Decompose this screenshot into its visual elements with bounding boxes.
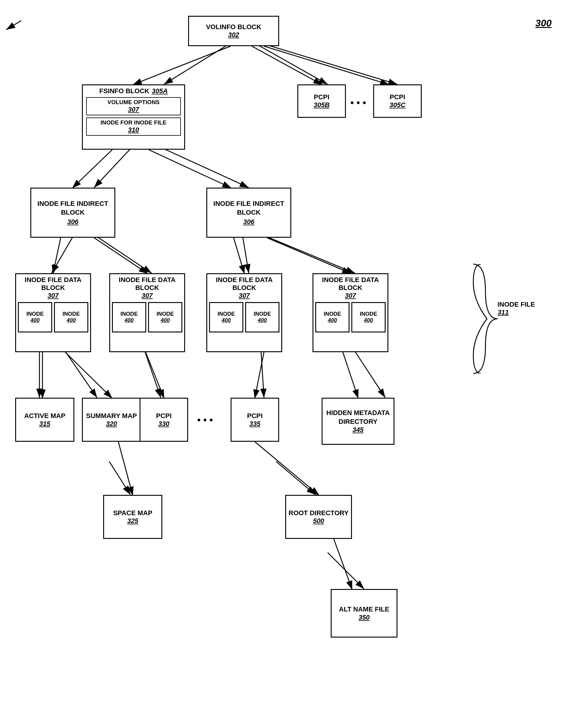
space-map: SPACE MAP 325 [103, 495, 162, 539]
dots-pcpi-2: • • • [197, 415, 213, 426]
inode-3a: INODE 400 [209, 302, 243, 333]
inode-indirect-2-ref: 306 [243, 218, 255, 226]
data-block-4: INODE FILE DATA BLOCK 307 INODE 400 INOD… [313, 273, 388, 352]
pcpi-c-ref: 305C [390, 101, 406, 109]
svg-line-15 [276, 462, 316, 495]
inode-indirect-2: INODE FILE INDIRECT BLOCK 306 [206, 188, 291, 238]
inode-1b: INODE 400 [54, 302, 88, 333]
data-block-4-label: INODE FILE DATA BLOCK [315, 276, 386, 292]
active-map: ACTIVE MAP 315 [15, 398, 74, 442]
hidden-metadata: HIDDEN METADATA DIRECTORY 345 [322, 398, 394, 445]
inode-2a: INODE 400 [112, 302, 146, 333]
inode-indirect-1-label: INODE FILE INDIRECT BLOCK [34, 199, 112, 217]
inode-4a: INODE 400 [315, 302, 350, 333]
summary-map: SUMMARY MAP 320 [82, 398, 141, 442]
svg-line-18 [6, 21, 21, 30]
svg-line-17 [354, 349, 385, 398]
data-block-2: INODE FILE DATA BLOCK 307 INODE 400 INOD… [109, 273, 185, 352]
summary-map-label: SUMMARY MAP [86, 412, 137, 420]
inode-indirect-1: INODE FILE INDIRECT BLOCK 306 [30, 188, 115, 238]
dots-pcpi: • • • [351, 97, 366, 108]
pcpi-335-label: PCPI [247, 412, 262, 420]
diagram-container: 300 VOLINFO BLOCK 302 FSINFO BLOCK 305A … [0, 0, 588, 725]
space-map-label: SPACE MAP [113, 509, 152, 517]
fsinfo-label: FSINFO BLOCK [99, 87, 149, 95]
data-block-2-ref: 307 [112, 292, 182, 300]
root-directory-label: ROOT DIRECTORY [289, 509, 349, 517]
pcpi-b-label: PCPI [314, 93, 329, 101]
active-map-ref: 315 [39, 420, 50, 428]
inode-indirect-2-label: INODE FILE INDIRECT BLOCK [210, 199, 288, 217]
svg-line-5 [164, 149, 249, 188]
alt-name-file-ref: 350 [359, 613, 370, 622]
svg-line-9 [267, 237, 355, 273]
volinfo-ref: 302 [228, 31, 239, 39]
svg-line-4 [94, 149, 130, 188]
pcpi-335-ref: 335 [249, 420, 260, 428]
diagram-ref: 300 [536, 18, 552, 29]
pcpi-330-label: PCPI [156, 412, 171, 420]
ref-arrow [0, 18, 24, 33]
pcpi-335: PCPI 335 [231, 398, 279, 442]
inode-3b: INODE 400 [245, 302, 279, 333]
svg-line-16 [328, 552, 364, 589]
space-map-ref: 325 [127, 517, 138, 525]
inode-indirect-1-ref: 306 [67, 218, 79, 226]
inode-2b: INODE 400 [148, 302, 182, 333]
active-map-label: ACTIVE MAP [24, 412, 65, 420]
svg-line-13 [144, 349, 161, 398]
root-directory: ROOT DIRECTORY 500 [285, 495, 352, 539]
data-block-3-ref: 307 [209, 292, 279, 300]
data-block-1-ref: 307 [18, 292, 88, 300]
pcpi-305b: PCPI 305B [297, 84, 346, 118]
pcpi-305c: PCPI 305C [373, 84, 422, 118]
svg-line-11 [64, 349, 97, 398]
svg-line-1 [164, 45, 228, 84]
volinfo-label: VOLINFO BLOCK [206, 23, 261, 31]
fsinfo-block: FSINFO BLOCK 305A VOLUME OPTIONS 307 INO… [82, 84, 185, 150]
inode-for-inode-label: INODE FOR INODE FILE [89, 119, 178, 126]
inode-for-inode-ref: 310 [89, 126, 178, 134]
hidden-metadata-label: HIDDEN METADATA DIRECTORY [325, 409, 391, 426]
data-block-4-ref: 307 [315, 292, 386, 300]
inode-file-label: INODE FILE 311 [498, 301, 535, 316]
inode-4b: INODE 400 [351, 302, 386, 333]
volume-options-label: VOLUME OPTIONS [89, 99, 178, 106]
summary-map-ref: 320 [106, 420, 117, 428]
pcpi-b-ref: 305B [314, 101, 330, 109]
pcpi-c-label: PCPI [390, 93, 405, 101]
volume-options-ref: 307 [89, 106, 178, 114]
svg-line-3 [267, 45, 397, 84]
data-block-3: INODE FILE DATA BLOCK 307 INODE 400 INOD… [206, 273, 282, 352]
svg-line-7 [97, 237, 152, 273]
alt-name-file-label: ALT NAME FILE [339, 605, 389, 614]
data-block-3-label: INODE FILE DATA BLOCK [209, 276, 279, 292]
svg-line-2 [258, 45, 328, 84]
svg-line-6 [51, 237, 73, 273]
volinfo-block: VOLINFO BLOCK 302 [188, 16, 279, 46]
hidden-metadata-ref: 345 [353, 426, 364, 434]
volume-options-box: VOLUME OPTIONS 307 [86, 97, 181, 115]
alt-name-file: ALT NAME FILE 350 [331, 589, 397, 638]
data-block-1: INODE FILE DATA BLOCK 307 INODE 400 INOD… [15, 273, 91, 352]
pcpi-330-ref: 330 [159, 420, 170, 428]
svg-line-8 [243, 237, 249, 273]
svg-line-14 [261, 349, 264, 398]
svg-line-12 [109, 462, 130, 495]
pcpi-330: PCPI 330 [140, 398, 188, 442]
data-block-2-label: INODE FILE DATA BLOCK [112, 276, 182, 292]
inode-for-inode-box: INODE FOR INODE FILE 310 [86, 118, 181, 136]
data-block-1-label: INODE FILE DATA BLOCK [18, 276, 88, 292]
inode-1a: INODE 400 [18, 302, 52, 333]
root-directory-ref: 500 [313, 517, 324, 525]
inode-file-brace [472, 264, 502, 374]
fsinfo-ref: 305A [152, 87, 168, 95]
